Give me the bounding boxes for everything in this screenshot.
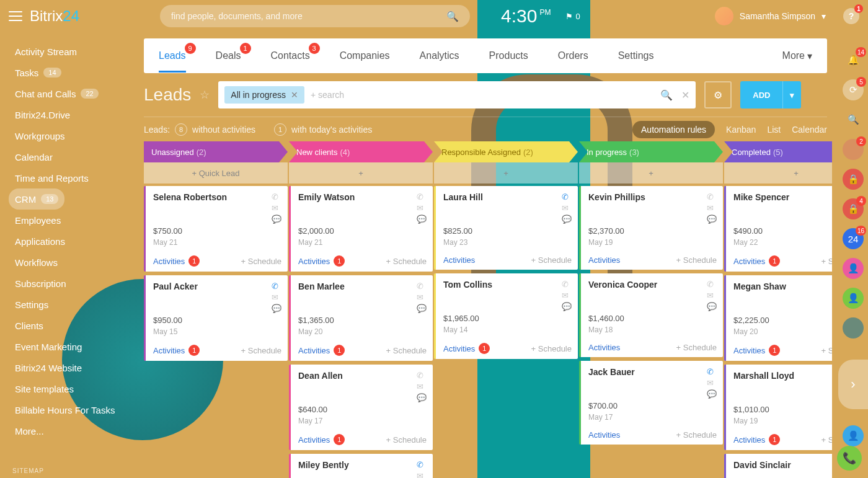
column-header[interactable]: Completed(5) [724,141,832,162]
filter-chip[interactable]: All in progress ✕ [224,86,304,104]
mail-icon[interactable]: ✉ [562,291,572,300]
view-calendar[interactable]: Calendar [792,125,827,135]
tab-products[interactable]: Products [489,39,528,73]
phone-icon[interactable]: ✆ [417,460,427,469]
search-icon[interactable]: 🔍 [843,109,864,130]
phone-icon[interactable]: ✆ [562,192,572,201]
schedule-link[interactable]: + Schedule [386,257,427,266]
mail-icon[interactable]: ✉ [562,203,572,213]
stats-without-count[interactable]: 8 [175,123,187,136]
tab-more[interactable]: More▾ [782,39,812,73]
lead-card[interactable]: Selena Robertson✆✉💬$750.00May 21Activiti… [144,186,288,272]
chat-icon[interactable]: 💬 [707,215,717,224]
sidebar-item-calendar[interactable]: Calendar [9,146,59,167]
add-card-button[interactable]: + [434,162,578,184]
sidebar-item-activity-stream[interactable]: Activity Stream [9,41,83,62]
sidebar-item-workgroups[interactable]: Workgroups [9,125,71,146]
schedule-link[interactable]: + Schedule [386,435,427,445]
schedule-link[interactable]: + Schedule [531,344,572,353]
avatar-icon[interactable]: 2 [843,139,864,160]
tab-leads[interactable]: Leads9 [159,39,186,73]
tab-settings[interactable]: Settings [618,39,654,73]
phone-icon[interactable]: ✆ [272,281,281,291]
activities-link[interactable]: Activities1 [153,255,200,267]
lead-card[interactable]: Ben Marlee✆✉💬$1,365.00May 20Activities1+… [289,275,433,361]
lead-card[interactable]: David Sinclair✆✉💬$1,630.00Activities+ Sc… [724,454,832,478]
phone-fab[interactable]: 📞 [837,446,862,471]
phone-icon[interactable]: ✆ [417,371,427,380]
filter-bar[interactable]: All in progress ✕ + search 🔍 ✕ [218,81,696,108]
activities-link[interactable]: Activities1 [733,434,780,445]
global-search-input[interactable] [171,11,446,21]
add-button[interactable]: ADD ▾ [740,81,801,108]
lead-card[interactable]: Dean Allen✆✉💬$640.00May 17Activities1+ S… [289,365,433,450]
chip-remove[interactable]: ✕ [291,90,298,100]
sidebar-item-bitrix24-website[interactable]: Bitrix24 Website [9,357,88,378]
b24-icon[interactable]: 2416 [843,228,864,249]
view-automation[interactable]: Automation rules [632,121,715,138]
mail-icon[interactable]: ✉ [272,293,281,302]
sidebar-item-clients[interactable]: Clients [9,315,50,336]
add-card-button[interactable]: + [579,162,723,184]
person-add-icon[interactable]: 👤 [843,288,864,309]
sidebar-item-settings[interactable]: Settings [9,294,55,315]
schedule-link[interactable]: + Schedule [386,346,427,355]
person-icon[interactable]: 👤 [843,258,864,279]
activities-link[interactable]: Activities [443,255,475,265]
schedule-link[interactable]: + Schedule [531,255,572,265]
chat-icon[interactable]: 💬 [417,215,427,224]
add-dropdown[interactable]: ▾ [782,81,801,108]
lead-card[interactable]: Tom Collins✆✉💬$1,965.00May 14Activities1… [434,273,578,359]
menu-toggle[interactable] [9,11,22,21]
mail-icon[interactable]: ✉ [272,203,281,213]
lead-card[interactable]: Marshall Lloyd✆✉💬$1,010.00May 19Activiti… [724,365,832,450]
avatar-2-icon[interactable] [843,317,864,339]
lead-card[interactable]: Mike Spencer✆✉💬$490.00May 22Activities1+… [724,186,832,272]
settings-button[interactable]: ⚙ [704,81,732,108]
help-button[interactable]: ?1 [843,8,859,24]
mail-icon[interactable]: ✉ [707,203,717,213]
chat-icon[interactable]: 💬 [707,302,717,311]
tab-contacts[interactable]: Contacts3 [271,39,310,73]
mail-icon[interactable]: ✉ [417,382,427,391]
lead-card[interactable]: Miley Bently✆✉💬$1,200.00May 16Activities… [289,454,433,478]
chat-icon[interactable]: 💬 [272,215,281,224]
phone-icon[interactable]: ✆ [707,280,717,289]
chat-icon[interactable]: 💬 [562,215,572,224]
lead-card[interactable]: Megan Shaw✆✉💬$2,225.00May 20Activities1+… [724,275,832,361]
schedule-link[interactable]: + Schedule [676,255,717,265]
lock-icon-2[interactable]: 🔒4 [843,198,864,219]
mail-icon[interactable]: ✉ [707,291,717,300]
sidebar-item-chat-and-calls[interactable]: Chat and Calls22 [9,83,105,104]
activities-link[interactable]: Activities1 [443,343,490,354]
phone-icon[interactable]: ✆ [707,192,717,201]
phone-icon[interactable]: ✆ [417,281,427,291]
person-rail-icon[interactable]: 👤 [843,425,864,446]
tab-analytics[interactable]: Analytics [420,39,459,73]
favorite-icon[interactable]: ☆ [200,88,210,102]
phone-icon[interactable]: ✆ [417,192,427,201]
tab-orders[interactable]: Orders [558,39,588,73]
bell-icon[interactable]: 🔔14 [843,50,864,71]
chat-icon[interactable]: 💬 [417,393,427,402]
notifications-flag[interactable]: ⚑ 0 [565,12,580,21]
quick-lead-button[interactable]: + Quick Lead [144,162,288,184]
sitemap-link[interactable]: SITEMAP [12,467,44,474]
schedule-link[interactable]: + Schedule [676,343,717,352]
add-card-button[interactable]: + [724,162,832,184]
view-list[interactable]: List [767,125,781,135]
view-kanban[interactable]: Kanban [726,125,756,135]
activities-link[interactable]: Activities1 [298,345,345,356]
phone-icon[interactable]: ✆ [272,192,281,201]
activities-link[interactable]: Activities1 [298,434,345,445]
global-search[interactable]: 🔍 [160,5,470,27]
lead-card[interactable]: Emily Watson✆✉💬$2,000.00May 21Activities… [289,186,433,272]
mail-icon[interactable]: ✉ [417,203,427,213]
activities-link[interactable]: Activities1 [153,345,200,356]
schedule-link[interactable]: + Schedule [822,257,832,266]
clock[interactable]: 4:30PM [501,6,551,27]
lead-card[interactable]: Paul Acker✆✉💬$950.00May 15Activities1+ S… [144,275,288,361]
lock-icon[interactable]: 🔒 [843,169,864,190]
sidebar-item-tasks[interactable]: Tasks14 [9,62,68,83]
lead-card[interactable]: Laura Hill✆✉💬$825.00May 23Activities+ Sc… [434,186,578,270]
